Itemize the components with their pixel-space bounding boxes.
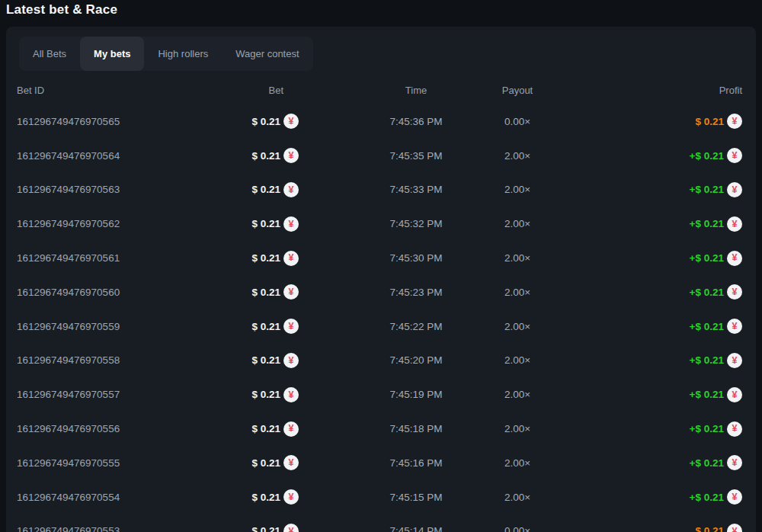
bet-id-cell: 161296749476970555 bbox=[17, 457, 207, 469]
page-title: Latest bet & Race bbox=[6, 2, 756, 18]
bet-id-cell: 161296749476970563 bbox=[17, 184, 207, 195]
bet-amount: $ 0.21 bbox=[251, 184, 280, 195]
profit-amount: +$ 0.21 bbox=[690, 492, 724, 503]
table-row[interactable]: 161296749476970560 $ 0.21 ¥ 7:45:23 PM 2… bbox=[17, 275, 742, 309]
profit-cell: +$ 0.21 ¥ bbox=[562, 251, 742, 266]
bet-amount-cell: $ 0.21 ¥ bbox=[207, 216, 299, 232]
table-row[interactable]: 161296749476970556 $ 0.21 ¥ 7:45:18 PM 2… bbox=[17, 412, 742, 446]
yen-coin-icon: ¥ bbox=[727, 455, 742, 470]
yen-coin-icon: ¥ bbox=[283, 455, 299, 470]
time-cell: 7:45:19 PM bbox=[360, 389, 472, 400]
bet-amount-cell: $ 0.21 ¥ bbox=[207, 319, 299, 334]
tab-bar: All BetsMy betsHigh rollersWager contest bbox=[19, 37, 313, 71]
time-cell: 7:45:18 PM bbox=[360, 423, 472, 434]
profit-cell: +$ 0.21 ¥ bbox=[562, 148, 742, 163]
bet-id-cell: 161296749476970565 bbox=[17, 116, 207, 127]
profit-amount: $ 0.21 bbox=[695, 116, 724, 127]
profit-cell: +$ 0.21 ¥ bbox=[562, 319, 742, 334]
bet-id-cell: 161296749476970558 bbox=[17, 354, 207, 366]
yen-coin-icon: ¥ bbox=[283, 216, 299, 232]
table-row[interactable]: 161296749476970565 $ 0.21 ¥ 7:45:36 PM 0… bbox=[17, 104, 742, 139]
table-row[interactable]: 161296749476970558 $ 0.21 ¥ 7:45:20 PM 2… bbox=[17, 344, 742, 378]
bet-id-cell: 161296749476970559 bbox=[17, 321, 207, 332]
yen-coin-icon: ¥ bbox=[283, 284, 299, 300]
bet-amount: $ 0.21 bbox=[251, 389, 280, 400]
bet-amount-cell: $ 0.21 ¥ bbox=[207, 455, 299, 470]
payout-cell: 2.00× bbox=[472, 287, 562, 298]
profit-cell: +$ 0.21 ¥ bbox=[562, 387, 742, 402]
bet-amount-cell: $ 0.21 ¥ bbox=[207, 148, 299, 163]
payout-cell: 0.00× bbox=[472, 525, 562, 532]
yen-coin-icon: ¥ bbox=[727, 524, 742, 532]
payout-cell: 2.00× bbox=[472, 457, 562, 469]
yen-coin-icon: ¥ bbox=[283, 114, 299, 129]
tab-high-rollers[interactable]: High rollers bbox=[144, 37, 222, 71]
profit-cell: +$ 0.21 ¥ bbox=[562, 421, 742, 437]
table-row[interactable]: 161296749476970563 $ 0.21 ¥ 7:45:33 PM 2… bbox=[17, 173, 742, 207]
time-cell: 7:45:16 PM bbox=[360, 457, 472, 469]
tab-wager-contest[interactable]: Wager contest bbox=[222, 37, 312, 71]
yen-coin-icon: ¥ bbox=[283, 148, 299, 163]
column-header-profit: Profit bbox=[562, 85, 742, 96]
column-header-bet-id: Bet ID bbox=[17, 85, 207, 96]
yen-coin-icon: ¥ bbox=[283, 251, 299, 266]
time-cell: 7:45:23 PM bbox=[360, 287, 472, 298]
time-cell: 7:45:30 PM bbox=[360, 252, 472, 264]
bet-amount: $ 0.21 bbox=[251, 525, 280, 532]
bet-amount-cell: $ 0.21 ¥ bbox=[207, 114, 299, 129]
bet-id-cell: 161296749476970564 bbox=[17, 150, 207, 162]
yen-coin-icon: ¥ bbox=[727, 387, 742, 402]
yen-coin-icon: ¥ bbox=[283, 421, 299, 437]
bet-amount: $ 0.21 bbox=[251, 354, 280, 366]
yen-coin-icon: ¥ bbox=[727, 319, 742, 334]
table-row[interactable]: 161296749476970561 $ 0.21 ¥ 7:45:30 PM 2… bbox=[17, 241, 742, 275]
profit-amount: +$ 0.21 bbox=[690, 287, 724, 298]
bet-amount: $ 0.21 bbox=[251, 218, 280, 229]
yen-coin-icon: ¥ bbox=[727, 114, 742, 129]
bet-amount-cell: $ 0.21 ¥ bbox=[207, 421, 299, 437]
column-header-time: Time bbox=[360, 85, 472, 96]
bet-amount-cell: $ 0.21 ¥ bbox=[207, 353, 299, 368]
payout-cell: 2.00× bbox=[472, 218, 562, 229]
tab-all-bets[interactable]: All Bets bbox=[19, 37, 80, 71]
yen-coin-icon: ¥ bbox=[283, 387, 299, 402]
yen-coin-icon: ¥ bbox=[727, 148, 742, 163]
yen-coin-icon: ¥ bbox=[727, 421, 742, 437]
table-row[interactable]: 161296749476970562 $ 0.21 ¥ 7:45:32 PM 2… bbox=[17, 207, 742, 241]
time-cell: 7:45:20 PM bbox=[360, 354, 472, 366]
profit-cell: +$ 0.21 ¥ bbox=[562, 353, 742, 368]
table-row[interactable]: 161296749476970554 $ 0.21 ¥ 7:45:15 PM 2… bbox=[17, 480, 742, 514]
yen-coin-icon: ¥ bbox=[727, 353, 742, 368]
bet-id-cell: 161296749476970561 bbox=[17, 252, 207, 264]
profit-amount: +$ 0.21 bbox=[690, 218, 724, 229]
yen-coin-icon: ¥ bbox=[283, 524, 299, 532]
bet-id-cell: 161296749476970557 bbox=[17, 389, 207, 400]
profit-amount: $ 0.21 bbox=[695, 525, 724, 532]
profit-cell: +$ 0.21 ¥ bbox=[562, 182, 742, 197]
table-row[interactable]: 161296749476970557 $ 0.21 ¥ 7:45:19 PM 2… bbox=[17, 377, 742, 412]
yen-coin-icon: ¥ bbox=[283, 182, 299, 197]
table-row[interactable]: 161296749476970553 $ 0.21 ¥ 7:45:14 PM 0… bbox=[17, 514, 742, 532]
tab-my-bets[interactable]: My bets bbox=[80, 37, 144, 71]
payout-cell: 0.00× bbox=[472, 116, 562, 127]
table-row[interactable]: 161296749476970564 $ 0.21 ¥ 7:45:35 PM 2… bbox=[17, 139, 742, 173]
bet-amount: $ 0.21 bbox=[251, 116, 280, 127]
payout-cell: 2.00× bbox=[472, 252, 562, 264]
payout-cell: 2.00× bbox=[472, 389, 562, 400]
profit-cell: +$ 0.21 ¥ bbox=[562, 216, 742, 232]
time-cell: 7:45:35 PM bbox=[360, 150, 472, 162]
latest-bets-panel: All BetsMy betsHigh rollersWager contest… bbox=[6, 27, 756, 532]
yen-coin-icon: ¥ bbox=[727, 251, 742, 266]
bet-amount-cell: $ 0.21 ¥ bbox=[207, 251, 299, 266]
profit-cell: +$ 0.21 ¥ bbox=[562, 489, 742, 505]
bet-amount-cell: $ 0.21 ¥ bbox=[207, 387, 299, 402]
yen-coin-icon: ¥ bbox=[727, 182, 742, 197]
table-row[interactable]: 161296749476970555 $ 0.21 ¥ 7:45:16 PM 2… bbox=[17, 446, 742, 480]
bet-id-cell: 161296749476970554 bbox=[17, 492, 207, 503]
bet-id-cell: 161296749476970562 bbox=[17, 218, 207, 229]
yen-coin-icon: ¥ bbox=[283, 353, 299, 368]
profit-amount: +$ 0.21 bbox=[690, 252, 724, 264]
table-row[interactable]: 161296749476970559 $ 0.21 ¥ 7:45:22 PM 2… bbox=[17, 309, 742, 344]
payout-cell: 2.00× bbox=[472, 184, 562, 195]
payout-cell: 2.00× bbox=[472, 354, 562, 366]
